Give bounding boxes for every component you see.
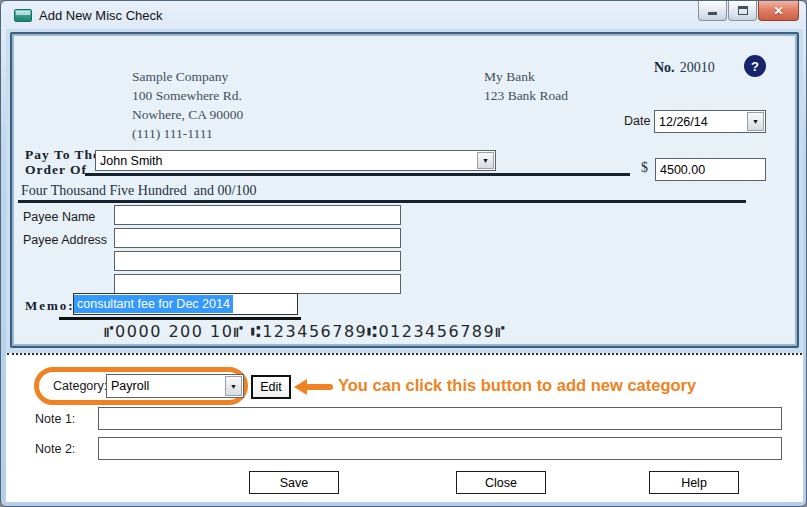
payee-name-input[interactable] bbox=[114, 205, 401, 225]
annotation-arrow-bar bbox=[305, 384, 333, 390]
bank-block: My Bank 123 Bank Road bbox=[484, 67, 568, 105]
payee-address-input-2[interactable] bbox=[114, 251, 401, 271]
close-dialog-button[interactable]: Close bbox=[456, 471, 546, 494]
app-icon bbox=[14, 9, 32, 22]
annotation-text: You can click this button to add new cat… bbox=[338, 376, 696, 395]
payee-address-input-3[interactable] bbox=[114, 274, 401, 294]
close-button[interactable]: ✕ bbox=[758, 1, 799, 21]
close-icon: ✕ bbox=[773, 4, 783, 18]
payee-value: John Smith bbox=[100, 154, 163, 168]
check-number-value: 20010 bbox=[680, 60, 715, 76]
check-number-label: No. bbox=[654, 60, 675, 76]
category-combobox[interactable]: Payroll ▼ bbox=[106, 374, 244, 398]
minimize-icon bbox=[708, 12, 717, 15]
help-button[interactable]: Help bbox=[649, 471, 739, 494]
amount-underline bbox=[18, 200, 746, 203]
window-title: Add New Misc Check bbox=[39, 8, 163, 23]
window-controls: ✕ bbox=[697, 1, 799, 21]
save-button[interactable]: Save bbox=[249, 471, 339, 494]
date-combobox[interactable]: 12/26/14 ▼ bbox=[654, 110, 766, 133]
date-dropdown-icon[interactable]: ▼ bbox=[747, 112, 764, 131]
help-icon[interactable]: ? bbox=[744, 55, 766, 77]
company-address2: Nowhere, CA 90000 bbox=[132, 105, 243, 124]
note1-input[interactable] bbox=[98, 407, 782, 430]
payee-dropdown-icon[interactable]: ▼ bbox=[477, 152, 494, 169]
note2-input[interactable] bbox=[98, 437, 782, 460]
note2-label: Note 2: bbox=[35, 442, 75, 456]
date-label: Date bbox=[624, 114, 650, 128]
pay-to-underline bbox=[85, 173, 630, 176]
category-dropdown-icon[interactable]: ▼ bbox=[225, 376, 242, 396]
maximize-icon bbox=[738, 6, 748, 15]
bank-name: My Bank bbox=[484, 67, 568, 86]
maximize-button[interactable] bbox=[728, 1, 757, 21]
minimize-button[interactable] bbox=[698, 1, 727, 21]
amount-in-words: Four Thousand Five Hundred and 00/100 bbox=[21, 183, 256, 199]
category-label: Category: bbox=[53, 379, 107, 393]
micr-line: ⑈0000 200 10⑈ ⑆123456789⑆0123456789⑈ bbox=[104, 322, 506, 341]
payee-address-input-1[interactable] bbox=[114, 228, 401, 248]
edit-category-button[interactable]: Edit bbox=[251, 375, 291, 399]
category-value: Payroll bbox=[111, 379, 149, 393]
title-bar: Add New Misc Check ✕ bbox=[1, 1, 806, 29]
check-number: No. 20010 bbox=[654, 60, 715, 76]
note1-label: Note 1: bbox=[35, 412, 75, 426]
add-new-misc-check-window: Add New Misc Check ✕ Sample Company 100 … bbox=[0, 0, 807, 507]
amount-input[interactable] bbox=[655, 158, 766, 181]
payee-name-label: Payee Name bbox=[23, 210, 95, 224]
bank-address: 123 Bank Road bbox=[484, 86, 568, 105]
company-phone: (111) 111-1111 bbox=[132, 124, 243, 143]
company-address1: 100 Somewhere Rd. bbox=[132, 86, 243, 105]
company-address-block: Sample Company 100 Somewhere Rd. Nowhere… bbox=[132, 67, 243, 143]
check-panel: Sample Company 100 Somewhere Rd. Nowhere… bbox=[10, 32, 799, 348]
payee-address-label: Payee Address bbox=[23, 233, 107, 247]
date-value: 12/26/14 bbox=[659, 115, 708, 129]
company-name: Sample Company bbox=[132, 67, 243, 86]
currency-symbol: $ bbox=[641, 160, 648, 176]
memo-label: Memo: bbox=[25, 298, 75, 314]
client-area: Sample Company 100 Somewhere Rd. Nowhere… bbox=[6, 29, 803, 502]
payee-combobox[interactable]: John Smith ▼ bbox=[95, 150, 496, 171]
section-separator bbox=[7, 353, 802, 355]
memo-underline bbox=[59, 317, 301, 320]
memo-input[interactable]: consultant fee for Dec 2014 bbox=[73, 293, 298, 315]
memo-selected-text: consultant fee for Dec 2014 bbox=[74, 295, 233, 313]
